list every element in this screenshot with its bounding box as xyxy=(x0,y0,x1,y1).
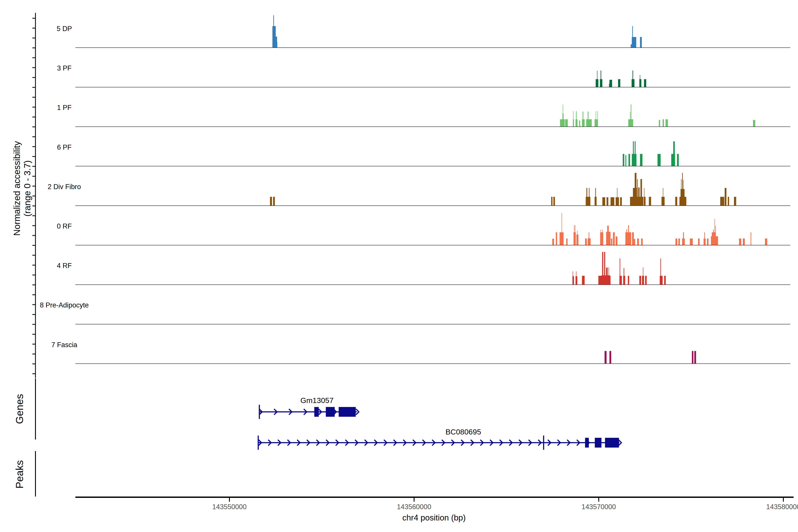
coverage-bar xyxy=(683,180,683,206)
coverage-bar xyxy=(632,154,636,166)
coverage-bar xyxy=(597,111,598,127)
coverage-bar xyxy=(602,230,603,245)
coverage-bar xyxy=(576,111,576,127)
gene-label-Gm13057: Gm13057 xyxy=(300,396,334,405)
track-0-rf-signal xyxy=(552,213,767,245)
track-label-5-dp: 5 DP xyxy=(57,25,72,33)
coverage-bar xyxy=(560,119,565,127)
exon-block xyxy=(314,407,319,417)
track-label-6-pf: 6 PF xyxy=(57,144,71,151)
coverage-bar xyxy=(694,351,696,363)
x-tick-label-143560000: 143560000 xyxy=(397,503,431,511)
coverage-bar xyxy=(682,173,683,206)
coverage-bar xyxy=(626,229,627,245)
coverage-bar xyxy=(573,111,573,127)
coverage-bar xyxy=(753,120,755,127)
x-tick-label-143550000: 143550000 xyxy=(212,503,247,511)
coverage-bar xyxy=(628,225,629,245)
coverage-bar xyxy=(604,252,605,285)
coverage-bar xyxy=(707,239,708,245)
coverage-bar xyxy=(595,188,596,206)
coverage-bar xyxy=(659,120,660,127)
coverage-bar xyxy=(713,230,714,245)
coverage-bar xyxy=(574,225,574,245)
coverage-bar xyxy=(551,197,552,206)
coverage-bar xyxy=(553,197,555,206)
coverage-bar xyxy=(704,232,705,245)
coverage-bar xyxy=(565,119,568,127)
coverage-bar xyxy=(638,188,640,206)
coverage-bar xyxy=(645,276,647,285)
y-axis-title: Normalized accessibility (range 0 - 3.7) xyxy=(12,141,33,236)
coverage-bar xyxy=(602,197,605,206)
x-axis-title: chr4 position (bp) xyxy=(402,513,466,522)
coverage-bar xyxy=(609,84,609,87)
track-label-1-pf: 1 PF xyxy=(57,104,71,112)
coverage-bar xyxy=(649,197,651,206)
coverage-bar xyxy=(640,154,642,166)
coverage-bar xyxy=(641,239,643,245)
coverage-bar xyxy=(660,276,663,285)
genome-tracks-canvas xyxy=(0,0,798,532)
coverage-bar xyxy=(576,271,576,285)
coverage-bar xyxy=(566,239,568,245)
coverage-bar xyxy=(765,239,767,245)
coverage-bar xyxy=(631,44,632,48)
coverage-bar xyxy=(644,79,646,87)
coverage-bar xyxy=(715,226,716,245)
coverage-bar xyxy=(739,239,741,245)
coverage-bar xyxy=(275,26,276,48)
track-7-fascia-signal xyxy=(605,351,696,363)
coverage-bar xyxy=(639,276,641,285)
coverage-bar xyxy=(620,197,622,206)
coverage-bar xyxy=(573,271,573,285)
track-label-8-pre-adipocyte: 8 Pre-Adipocyte xyxy=(40,301,89,309)
gene-label-BC080695: BC080695 xyxy=(445,428,481,436)
coverage-bar xyxy=(643,267,643,285)
coverage-bar xyxy=(273,15,274,48)
exon-block xyxy=(339,407,356,417)
coverage-bar xyxy=(664,276,666,285)
coverage-bar xyxy=(692,351,694,363)
exon-block xyxy=(326,407,335,417)
track-5-dp-signal xyxy=(272,15,642,48)
coverage-bar xyxy=(609,351,611,363)
coverage-bar xyxy=(690,239,693,245)
coverage-bar xyxy=(720,197,724,206)
coverage-bar xyxy=(277,42,277,48)
coverage-bar xyxy=(630,112,630,127)
coverage-bar xyxy=(573,232,576,245)
y-axis-title-line1: Normalized accessibility xyxy=(12,141,22,236)
coverage-bar xyxy=(640,179,642,206)
coverage-bar xyxy=(734,197,736,206)
coverage-bar xyxy=(586,119,592,127)
genes-section-label: Genes xyxy=(14,394,25,424)
coverage-bar xyxy=(644,188,644,206)
coverage-bar xyxy=(605,351,607,363)
coverage-bar xyxy=(663,188,663,206)
coverage-bar xyxy=(632,71,633,87)
track-3-pf-signal xyxy=(596,71,646,87)
coverage-bar xyxy=(583,112,584,127)
coverage-bar xyxy=(675,197,677,206)
coverage-bar xyxy=(611,239,612,245)
coverage-bar xyxy=(631,104,631,127)
coverage-bar xyxy=(610,197,614,206)
coverage-bar xyxy=(634,239,635,245)
coverage-bar xyxy=(562,213,562,245)
coverage-bar xyxy=(632,232,634,245)
track-label-2-div-fibro: 2 Div Fibro xyxy=(48,183,81,191)
coverage-bar xyxy=(676,239,677,245)
coverage-bar xyxy=(677,154,679,166)
coverage-bar xyxy=(624,268,624,285)
coverage-bar xyxy=(589,232,589,245)
coverage-bar xyxy=(597,71,597,87)
coverage-bar xyxy=(634,141,635,166)
coverage-bar xyxy=(628,276,629,285)
coverage-bar xyxy=(602,252,603,285)
coverage-bar xyxy=(601,71,601,87)
track-6-pf-signal xyxy=(623,141,679,166)
coverage-bar xyxy=(607,197,608,206)
coverage-bar xyxy=(618,79,620,87)
coverage-bar xyxy=(637,179,638,206)
